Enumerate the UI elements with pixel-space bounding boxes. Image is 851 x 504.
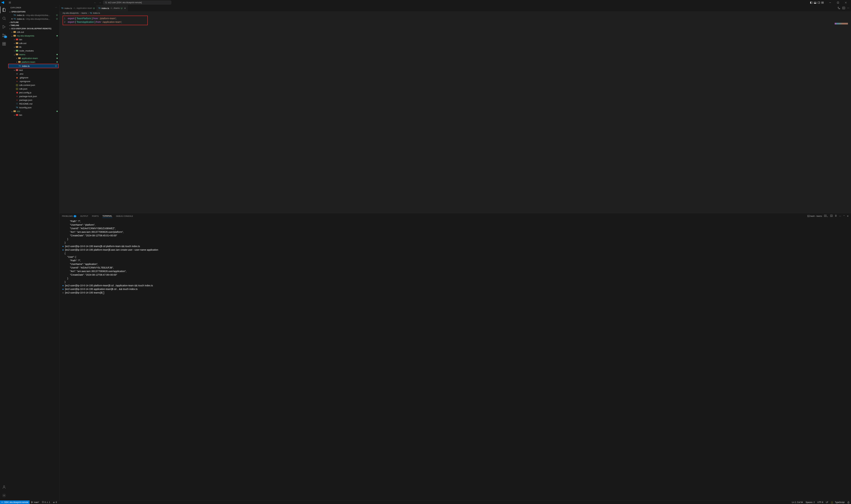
accounts-icon[interactable] (0, 484, 8, 490)
tree-folder[interactable]: ⌄zzz (8, 109, 59, 113)
svg-point-20 (4, 495, 5, 496)
layout-sidebar-right-icon[interactable] (817, 1, 820, 4)
explorer-activity-icon[interactable] (0, 6, 8, 13)
open-editor-item[interactable]: TS index.ts ~/my-eks-blueprints/tea... U (8, 13, 59, 17)
svg-point-19 (3, 486, 5, 487)
svg-rect-5 (818, 2, 820, 4)
tree-file[interactable]: ›⬢jest.config.js (8, 91, 59, 94)
settings-gear-icon[interactable] (0, 492, 8, 499)
sidebar-more-icon[interactable]: ⋯ (55, 6, 57, 9)
tab-index-application-team[interactable]: TS index.ts ~/.../application-team U (59, 5, 97, 11)
bottom-panel: PROBLEMS1 OUTPUT PORTS TERMINAL DEBUG CO… (59, 213, 851, 500)
minimap[interactable] (835, 23, 848, 24)
nav-forward-icon[interactable]: → (98, 1, 102, 5)
remote-status[interactable]: SSH: eks-blueprint-remote (0, 500, 30, 504)
split-terminal-icon[interactable] (830, 215, 833, 217)
layout-sidebar-left-icon[interactable] (810, 1, 813, 4)
maximize-button[interactable] (834, 0, 842, 5)
svg-rect-18 (4, 44, 6, 46)
status-bar: SSH: eks-blueprint-remote main* ⓧ0 ⚠1 0 … (0, 500, 851, 504)
svg-rect-17 (3, 44, 4, 46)
encoding-status[interactable]: UTF-8 (816, 501, 824, 503)
tree-folder[interactable]: ›platform-team (8, 60, 59, 64)
modified-dot-icon (56, 61, 58, 62)
tree-file[interactable]: ›TStsconfig.json (8, 106, 59, 109)
panel-tab-output[interactable]: OUTPUT (80, 214, 88, 218)
code-editor[interactable]: 1 export { TeamPlatform } from './platfo… (63, 16, 148, 25)
open-editors-section[interactable]: ⌄OPEN EDITORS (8, 10, 59, 13)
cursor-position[interactable]: Ln 2, Col 54 (791, 501, 804, 503)
indent-status[interactable]: Spaces: 2 (804, 501, 816, 503)
close-button[interactable] (842, 0, 850, 5)
tree-file[interactable]: ›◆.gitignore (8, 76, 59, 79)
branch-status[interactable]: main* (30, 501, 40, 503)
tree-folder[interactable]: ›test (8, 68, 59, 72)
eol-status[interactable]: LF (824, 501, 830, 503)
notifications-icon[interactable] (846, 501, 851, 503)
compare-changes-icon[interactable] (837, 7, 840, 10)
tree-folder[interactable]: ›cdk.out (8, 30, 59, 34)
tree-folder[interactable]: ›lib (8, 45, 59, 49)
svg-point-22 (839, 8, 840, 9)
tree-file[interactable]: ›ⓘREADME.md (8, 102, 59, 106)
panel-tab-problems[interactable]: PROBLEMS1 (62, 214, 76, 218)
timeline-section[interactable]: ›TIMELINE (8, 24, 59, 27)
gear-icon: ⚙ (16, 73, 18, 75)
close-icon[interactable]: ✕ (124, 7, 126, 10)
npm-icon: n (16, 80, 18, 83)
scm-activity-icon[interactable]: 17 (0, 32, 8, 39)
maximize-panel-icon[interactable]: ⌃ (843, 215, 845, 217)
global-search-input[interactable]: ec2-user [SSH: eks-blueprint-remote] (103, 1, 171, 4)
close-panel-icon[interactable]: ✕ (847, 215, 849, 217)
tree-folder[interactable]: ⌄teams (8, 53, 59, 56)
lang-status[interactable]: { } TypeScript (830, 501, 846, 503)
ports-status[interactable]: 0 (51, 501, 58, 503)
terminal-profile-icon[interactable]: bash - teams (807, 215, 822, 217)
tab-index-teams[interactable]: TS index.ts ~/.../teams U ✕ (97, 5, 128, 11)
terminal-output[interactable]: "Path": "/", "UserName": "platform", "Us… (59, 219, 851, 500)
tree-file[interactable]: ›{ }cdk.json (8, 87, 59, 91)
tree-file[interactable]: ›npackage.json (8, 98, 59, 102)
tree-folder[interactable]: ⌄my-eks-blueprints (8, 34, 59, 38)
vscode-logo-icon (1, 1, 4, 4)
panel-tab-terminal[interactable]: TERMINAL (102, 214, 112, 218)
breadcrumbs[interactable]: my-eks-blueprints› teams› TSindex.ts (59, 11, 851, 15)
tree-file[interactable]: ›npackage-lock.json (8, 94, 59, 98)
close-icon[interactable]: ✕ (11, 18, 13, 20)
outline-section[interactable]: ›OUTLINE (8, 21, 59, 24)
run-debug-activity-icon[interactable] (0, 23, 8, 30)
kill-terminal-icon[interactable] (835, 215, 837, 217)
tree-folder[interactable]: ›cdk.out (8, 41, 59, 45)
hamburger-menu-icon[interactable] (8, 1, 12, 5)
more-icon[interactable]: ⋯ (847, 7, 849, 10)
tree-folder[interactable]: ›bin (8, 38, 59, 41)
split-editor-icon[interactable] (842, 7, 845, 10)
extensions-activity-icon[interactable] (0, 40, 8, 47)
nav-back-icon[interactable]: ← (93, 1, 97, 5)
minimize-button[interactable] (826, 0, 834, 5)
search-text: ec2-user [SSH: eks-blueprint-remote] (108, 1, 142, 4)
typescript-icon: TS (90, 12, 92, 14)
panel-tab-debug[interactable]: DEBUG CONSOLE (116, 214, 133, 218)
workspace-section[interactable]: ⌄EC2-USER [SSH: EKS-BLUEPRINT-REMOTE] (8, 27, 59, 30)
new-terminal-icon[interactable]: ⌄ (824, 215, 828, 217)
jest-icon: ⬢ (16, 91, 18, 94)
open-editor-item[interactable]: ✕ TS index.ts ~/my-eks-blueprints/tea...… (8, 17, 59, 21)
tree-file[interactable]: ›{ }cdk.context.json (8, 83, 59, 87)
more-icon[interactable]: ⋯ (839, 215, 841, 217)
tree-file[interactable]: ›n.npmignore (8, 79, 59, 83)
layout-panel-icon[interactable] (814, 1, 817, 4)
tree-file[interactable]: ›⚙.env (8, 72, 59, 76)
search-activity-icon[interactable] (0, 15, 8, 22)
panel-tab-ports[interactable]: PORTS (92, 214, 99, 218)
svg-point-11 (3, 17, 5, 19)
npm-icon: n (16, 99, 18, 101)
tree-folder[interactable]: ›node_modules (8, 49, 59, 53)
tree-folder[interactable]: ›bin (8, 113, 59, 117)
problems-status[interactable]: ⓧ0 ⚠1 (40, 501, 51, 504)
tree-folder[interactable]: ›application-team (8, 56, 59, 60)
customize-layout-icon[interactable] (821, 1, 824, 4)
tree-file-index-ts[interactable]: TSindex.tsU (8, 64, 58, 68)
editor-tabs: TS index.ts ~/.../application-team U TS … (59, 5, 851, 11)
activity-bar: 17 (0, 5, 8, 500)
